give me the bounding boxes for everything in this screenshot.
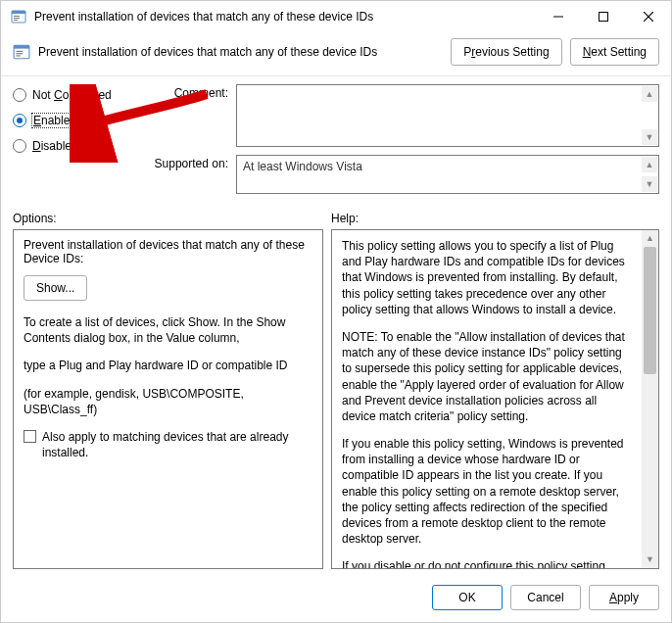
- also-apply-checkbox-row[interactable]: Also apply to matching devices that are …: [24, 429, 312, 460]
- help-section-label: Help:: [331, 212, 359, 225]
- radio-icon: [13, 114, 26, 127]
- help-paragraph: If you disable or do not configure this …: [342, 558, 631, 569]
- radio-enabled[interactable]: Enabled: [13, 114, 138, 127]
- state-radio-group: Not Configured Enabled Disabled: [13, 84, 138, 202]
- radio-label: Not Configured: [32, 88, 112, 102]
- svg-rect-11: [16, 51, 23, 52]
- help-paragraph: NOTE: To enable the "Allow installation …: [342, 329, 631, 424]
- svg-rect-10: [14, 45, 29, 48]
- options-help-line3: (for example, gendisk, USB\COMPOSITE, US…: [24, 386, 312, 417]
- svg-rect-13: [16, 55, 21, 56]
- panels-row: Prevent installation of devices that mat…: [1, 227, 671, 577]
- options-heading: Prevent installation of devices that mat…: [24, 238, 312, 265]
- options-section-label: Options:: [13, 212, 331, 225]
- show-button[interactable]: Show...: [24, 275, 87, 301]
- supported-row: Supported on: At least Windows Vista ▲ ▼: [150, 155, 659, 194]
- next-setting-button[interactable]: Next Setting: [570, 38, 659, 66]
- scroll-down-icon[interactable]: ▼: [642, 129, 657, 145]
- window-title: Prevent installation of devices that mat…: [34, 10, 536, 24]
- policy-header-icon: [13, 43, 30, 61]
- ok-button[interactable]: OK: [432, 585, 503, 610]
- maximize-button[interactable]: [581, 1, 626, 32]
- supported-on-value: At least Windows Vista: [243, 160, 362, 173]
- comment-row: Comment: ▲ ▼: [150, 84, 659, 147]
- config-area: Not Configured Enabled Disabled Comment:…: [1, 76, 671, 206]
- scroll-up-icon[interactable]: ▲: [642, 230, 658, 247]
- radio-disabled[interactable]: Disabled: [13, 139, 138, 153]
- svg-rect-6: [600, 13, 608, 22]
- scrollbar-thumb[interactable]: [644, 247, 656, 374]
- checkbox-icon: [24, 430, 36, 443]
- svg-rect-1: [12, 11, 25, 14]
- comment-textarea[interactable]: ▲ ▼: [236, 84, 659, 147]
- supported-on-box: At least Windows Vista ▲ ▼: [236, 155, 659, 194]
- previous-setting-button[interactable]: Previous Setting: [451, 38, 561, 66]
- close-button[interactable]: [626, 1, 671, 32]
- scroll-down-icon[interactable]: ▼: [642, 176, 657, 192]
- comment-scroll: ▲ ▼: [642, 86, 657, 145]
- radio-icon: [13, 139, 26, 153]
- policy-icon: [11, 9, 26, 24]
- options-panel: Prevent installation of devices that mat…: [13, 229, 323, 569]
- comment-label: Comment:: [150, 84, 236, 100]
- minimize-button[interactable]: [536, 1, 581, 32]
- supported-scroll: ▲ ▼: [642, 157, 657, 192]
- help-scrollbar[interactable]: ▲ ▼: [642, 230, 658, 568]
- titlebar: Prevent installation of devices that mat…: [1, 1, 671, 32]
- section-labels: Options: Help:: [1, 206, 671, 227]
- cancel-button[interactable]: Cancel: [510, 585, 581, 610]
- help-paragraph: This policy setting allows you to specif…: [342, 238, 631, 317]
- svg-rect-2: [14, 16, 20, 17]
- checkbox-label: Also apply to matching devices that are …: [42, 429, 312, 460]
- radio-icon: [13, 88, 26, 102]
- scroll-down-icon[interactable]: ▼: [642, 551, 658, 568]
- options-help-line1: To create a list of devices, click Show.…: [24, 314, 312, 346]
- options-help-line2: type a Plug and Play hardware ID or comp…: [24, 358, 312, 373]
- radio-label: Disabled: [32, 139, 78, 153]
- svg-rect-3: [14, 18, 20, 19]
- svg-rect-4: [14, 20, 18, 21]
- apply-button[interactable]: Apply: [589, 585, 659, 610]
- radio-not-configured[interactable]: Not Configured: [13, 88, 138, 102]
- help-content: This policy setting allows you to specif…: [342, 238, 648, 569]
- policy-header: Prevent installation of devices that mat…: [1, 32, 671, 76]
- help-panel: This policy setting allows you to specif…: [331, 229, 659, 569]
- radio-label: Enabled: [32, 114, 77, 127]
- help-paragraph: If you enable this policy setting, Windo…: [342, 436, 631, 547]
- supported-label: Supported on:: [150, 155, 236, 170]
- policy-title: Prevent installation of devices that mat…: [38, 45, 443, 59]
- policy-dialog-window: Prevent installation of devices that mat…: [0, 0, 672, 623]
- scroll-up-icon[interactable]: ▲: [642, 86, 657, 102]
- window-buttons: [536, 1, 671, 32]
- scrollbar-track[interactable]: [642, 374, 658, 551]
- fields-column: Comment: ▲ ▼ Supported on: At least Wind…: [150, 84, 659, 202]
- scroll-up-icon[interactable]: ▲: [642, 157, 657, 172]
- dialog-footer: OK Cancel Apply: [1, 577, 671, 622]
- svg-rect-12: [16, 53, 23, 54]
